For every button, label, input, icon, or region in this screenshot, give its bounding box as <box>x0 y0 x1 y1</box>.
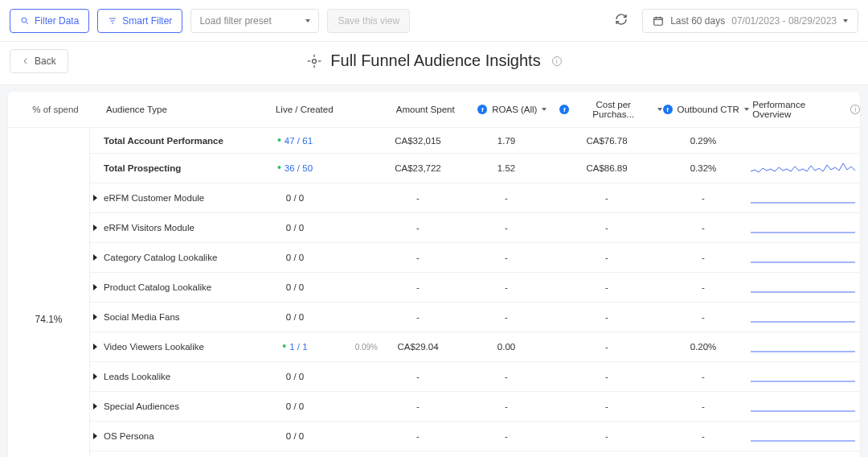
table-row[interactable]: eRFM Customer Module0 / 0---- <box>90 183 860 213</box>
title-bar: Back Full Funnel Audience Insights i <box>0 42 868 85</box>
info-icon[interactable]: i <box>850 105 860 114</box>
perf-sparkline <box>747 307 860 327</box>
table-body: 74.1% Total Account Performance47 / 61CA… <box>8 128 860 457</box>
expand-caret-icon[interactable] <box>93 403 97 410</box>
cpp-value: CA$76.78 <box>555 136 659 146</box>
table-row[interactable]: Social Media Fans0 / 0---- <box>90 303 860 332</box>
expand-caret-icon[interactable] <box>93 254 97 261</box>
amount-value: - <box>378 223 458 233</box>
refresh-button[interactable] <box>608 8 634 33</box>
table-row[interactable]: Category Catalog Lookalike0 / 0---- <box>90 243 860 273</box>
audience-label: Video Viewers Lookalike <box>104 342 204 352</box>
page-title-text: Full Funnel Audience Insights <box>330 51 540 70</box>
facebook-icon: f <box>559 105 569 114</box>
expand-caret-icon[interactable] <box>93 433 97 439</box>
col-header-spend: % of spend <box>8 105 103 114</box>
audience-label: OS Persona <box>104 431 154 441</box>
live-created-value: 0 / 0 <box>286 282 304 292</box>
page-title: Full Funnel Audience Insights i <box>306 51 561 70</box>
table-row[interactable]: Total Account Performance47 / 61CA$32,01… <box>90 128 860 154</box>
ctr-value: 0.20% <box>659 342 747 352</box>
table-row[interactable]: OS Persona0 / 0---- <box>90 422 860 451</box>
roas-value: - <box>458 223 555 233</box>
ctr-value: - <box>659 372 747 381</box>
table-row[interactable]: Video Viewers Lookalike1 / 10.09%CA$29.0… <box>90 332 860 362</box>
audience-table: % of spend Audience Type Live / Created … <box>8 92 860 457</box>
live-created-value: 36 / 50 <box>277 163 313 173</box>
live-created-value: 47 / 61 <box>277 136 313 146</box>
ctr-value: - <box>659 193 747 203</box>
table-row[interactable]: Total Prospecting36 / 50CA$23,7221.52CA$… <box>90 154 860 183</box>
col-header-roas[interactable]: f ROAS (All) <box>465 105 559 114</box>
audience-label: eRFM Customer Module <box>104 193 204 203</box>
col-header-cpp[interactable]: f Cost per Purchas... <box>559 100 662 119</box>
amount-value: - <box>378 431 458 441</box>
amount-value: - <box>378 401 458 411</box>
amount-value: - <box>378 372 458 381</box>
expand-caret-icon[interactable] <box>93 314 97 320</box>
expand-caret-icon[interactable] <box>93 195 97 201</box>
live-created-value: 0 / 0 <box>286 253 304 262</box>
chevron-down-icon <box>542 108 547 111</box>
cpp-value: - <box>555 223 659 233</box>
date-range-label: Last 60 days <box>670 15 725 27</box>
table-row[interactable]: Leads Lookalike0 / 0---- <box>90 362 860 392</box>
perf-sparkline <box>747 159 860 178</box>
cpp-value: - <box>555 372 659 381</box>
expand-caret-icon[interactable] <box>93 284 97 290</box>
ctr-value: - <box>659 431 747 441</box>
amount-value: CA$32,015 <box>378 136 458 146</box>
table-row[interactable]: Product Catalog Lookalike0 / 0---- <box>90 273 860 303</box>
amount-value: - <box>378 193 458 203</box>
load-preset-select[interactable]: Load filter preset <box>190 9 319 33</box>
back-label: Back <box>35 56 56 67</box>
chevron-down-icon <box>843 19 848 23</box>
roas-value: - <box>458 431 555 441</box>
top-toolbar: Filter Data Smart Filter Load filter pre… <box>0 0 868 42</box>
filter-icon <box>108 16 117 26</box>
chevron-down-icon <box>305 19 310 23</box>
svg-rect-5 <box>654 17 663 24</box>
table-header-row: % of spend Audience Type Live / Created … <box>8 92 860 128</box>
audience-label: Product Catalog Lookalike <box>104 282 211 292</box>
back-button[interactable]: Back <box>10 49 68 73</box>
live-created-value: 0 / 0 <box>286 193 304 203</box>
live-created-value: 0 / 0 <box>286 401 304 411</box>
col-header-audience: Audience Type <box>103 105 261 114</box>
perf-sparkline <box>747 337 860 356</box>
spend-pct-value: 0.09% <box>339 343 378 352</box>
roas-value: - <box>458 312 555 322</box>
table-row[interactable]: Special Audiences0 / 0---- <box>90 392 860 422</box>
smart-filter-button[interactable]: Smart Filter <box>97 9 182 33</box>
expand-caret-icon[interactable] <box>93 224 97 231</box>
cpp-value: - <box>555 253 659 262</box>
roas-value: 1.52 <box>458 163 555 173</box>
perf-sparkline <box>747 367 860 386</box>
table-row[interactable]: eRFM Visitors Module0 / 0---- <box>90 213 860 243</box>
svg-point-0 <box>22 18 27 23</box>
amount-value: - <box>378 312 458 322</box>
audience-label: Social Media Fans <box>104 312 180 322</box>
ctr-value: - <box>659 282 747 292</box>
amount-value: - <box>378 253 458 262</box>
cpp-value: - <box>555 312 659 322</box>
col-header-ctr[interactable]: f Outbound CTR <box>662 105 749 114</box>
date-range-picker[interactable]: Last 60 days 07/01/2023 - 08/29/2023 <box>642 9 858 33</box>
filter-data-button[interactable]: Filter Data <box>10 9 89 33</box>
roas-value: - <box>458 372 555 381</box>
col-header-perf: Performance Overview i <box>749 100 860 119</box>
chevron-left-icon <box>22 57 30 65</box>
cpp-value: CA$86.89 <box>555 163 659 173</box>
info-icon[interactable]: i <box>552 56 562 66</box>
expand-caret-icon[interactable] <box>93 373 97 380</box>
roas-value: 1.79 <box>458 136 555 146</box>
perf-sparkline <box>747 426 860 446</box>
roas-value: - <box>458 193 555 203</box>
perf-sparkline <box>747 248 860 267</box>
col-header-amount: Amount Spent <box>386 105 465 114</box>
table-row[interactable]: URL Based0 / 0---- <box>90 451 860 457</box>
live-created-value: 1 / 1 <box>282 342 307 352</box>
ctr-value: 0.32% <box>659 163 747 173</box>
expand-caret-icon[interactable] <box>93 344 97 350</box>
amount-value: CA$23,722 <box>378 163 458 173</box>
